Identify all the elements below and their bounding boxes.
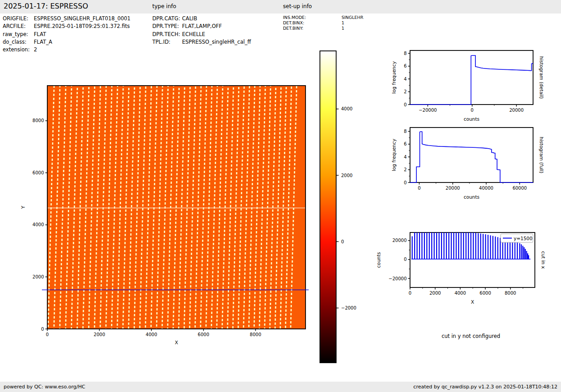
- x-tick-label: 0: [409, 291, 411, 296]
- y-axis-label: log frequency: [391, 61, 397, 94]
- histogram-line: [410, 55, 533, 105]
- info-value: FLAT: [34, 31, 46, 37]
- x-axis-label: X: [175, 340, 178, 345]
- info-value: 2: [34, 46, 37, 53]
- x-tick-label: 4000: [455, 291, 466, 296]
- y-tick-label: 6000: [32, 170, 44, 175]
- x-tick-label: 40000: [479, 186, 493, 191]
- y-axis-label: log frequency: [391, 139, 397, 171]
- info-label: INS.MODE:: [283, 15, 342, 20]
- colorbar-tick-label: 2000: [341, 173, 352, 178]
- y-tick-label: 0: [404, 257, 406, 262]
- histogram-detail-plot: −2000002000002468countslog frequencyhist…: [387, 41, 561, 131]
- page-title: 2025-01-17: ESPRESSO: [4, 2, 88, 10]
- cut-in-y-note: cut in y not configured: [374, 333, 561, 339]
- y-tick-label: 0: [404, 180, 406, 185]
- y-tick-label: −20000: [388, 276, 406, 281]
- y-tick-label: 0: [404, 102, 406, 107]
- info-value: SINGLEHR: [342, 15, 363, 20]
- x-axis-label: counts: [464, 194, 479, 200]
- x-tick-label: 0: [418, 186, 420, 191]
- x-tick-label: 8000: [250, 332, 261, 337]
- legend-label: y=1500: [514, 236, 533, 241]
- y-tick-label: 20000: [392, 238, 407, 243]
- flat-field-image: [47, 86, 306, 329]
- info-row: extension:2: [3, 46, 131, 54]
- y-tick-label: 6: [404, 64, 406, 68]
- axes-frame: [410, 50, 533, 105]
- histogram-full-plot: 020000400006000002468countslog frequency…: [387, 118, 561, 208]
- info-row: do_class:FLAT_A: [3, 38, 131, 46]
- right-axis-label: cut in x: [541, 251, 546, 269]
- right-axis-label: histogram (detail): [539, 56, 544, 99]
- histogram-line: [410, 132, 533, 182]
- colorbar-tick-label: −2000: [341, 305, 356, 310]
- setup-info-heading: set-up info: [283, 3, 312, 9]
- x-tick-label: 4000: [146, 332, 157, 337]
- file-info-block: ORIGFILE:ESPRESSO_SINGLEHR_FLAT018_0001A…: [3, 15, 131, 54]
- info-value: ECHELLE: [182, 31, 205, 37]
- info-row: DPR.TECH:ECHELLE: [152, 31, 251, 38]
- x-tick-label: 60000: [512, 186, 527, 191]
- y-tick-label: 2: [404, 89, 406, 94]
- y-tick-label: 6: [404, 141, 406, 146]
- y-tick-label: 2: [404, 167, 406, 172]
- raw-image-plot: 0200040006000800002000400060008000XY: [18, 68, 315, 356]
- info-label: TPL.ID:: [152, 38, 182, 46]
- colorbar-tick-label: 0: [341, 239, 344, 244]
- y-tick-label: 4000: [32, 222, 44, 227]
- info-label: do_class:: [3, 38, 34, 46]
- info-value: ESPRESSO_singleHR_cal_ff: [182, 39, 251, 45]
- axes-frame: [410, 128, 533, 182]
- y-tick-label: 4: [404, 77, 406, 82]
- y-tick-label: 2000: [32, 274, 44, 279]
- info-value: CALIB: [182, 15, 197, 22]
- footer-bar: powered by QC: www.eso.org/HC created by…: [0, 382, 561, 392]
- axes: −2000002000002468countslog frequencyhist…: [391, 50, 544, 122]
- setup-info-block: INS.MODE:SINGLEHRDET.BINX:1DET.BINY:1: [283, 15, 363, 31]
- footer-left-text: powered by QC: www.eso.org/HC: [4, 384, 85, 390]
- colorbar: 400020000−2000: [315, 45, 365, 369]
- info-label: DPR.TYPE:: [152, 23, 182, 30]
- x-tick-label: 0: [46, 332, 49, 337]
- x-axis-label: X: [471, 299, 474, 305]
- colorbar-gradient: [320, 51, 336, 363]
- info-row: INS.MODE:SINGLEHR: [283, 15, 363, 20]
- x-tick-label: 6000: [198, 332, 209, 337]
- x-tick-label: 0: [471, 108, 474, 113]
- info-value: 1: [342, 20, 344, 25]
- info-row: DET.BINY:1: [283, 26, 363, 31]
- info-row: ARCFILE:ESPRE.2025-01-18T09:25:01.372.fi…: [3, 23, 131, 30]
- colorbar-tick-label: 4000: [341, 106, 352, 111]
- info-value: ESPRESSO_SINGLEHR_FLAT018_0001: [34, 15, 131, 22]
- y-tick-label: 0: [41, 327, 44, 332]
- info-label: DPR.TECH:: [152, 31, 182, 38]
- y-tick-label: 8: [404, 51, 406, 56]
- info-value: 1: [342, 26, 344, 31]
- y-tick-label: 8: [404, 129, 406, 134]
- header-bar: 2025-01-17: ESPRESSO type info set-up in…: [0, 0, 561, 14]
- x-tick-label: 2000: [429, 291, 441, 296]
- info-value: ESPRE.2025-01-18T09:25:01.372.fits: [34, 23, 130, 29]
- x-tick-label: 6000: [479, 291, 491, 296]
- info-row: raw_type:FLAT: [3, 31, 131, 38]
- x-tick-label: 20000: [509, 108, 524, 113]
- info-label: DET.BINY:: [283, 26, 342, 31]
- y-axis-label: counts: [376, 252, 381, 268]
- y-tick-label: 4: [404, 155, 406, 160]
- info-row: DET.BINX:1: [283, 20, 363, 26]
- info-label: extension:: [3, 46, 34, 54]
- info-value: FLAT_A: [34, 39, 52, 45]
- info-row: DPR.TYPE:FLAT,LAMP,OFF: [152, 23, 251, 30]
- legend: y=1500: [501, 234, 533, 242]
- info-value: FLAT,LAMP,OFF: [182, 23, 222, 29]
- info-label: ARCFILE:: [3, 23, 34, 30]
- qc-rawdisp-page: 2025-01-17: ESPRESSO type info set-up in…: [0, 0, 561, 392]
- info-label: raw_type:: [3, 31, 34, 38]
- info-row: DPR.CATG:CALIB: [152, 15, 251, 23]
- y-tick-label: 8000: [32, 118, 44, 123]
- footer-right-text: created by qc_rawdisp.py v1.2.3 on 2025-…: [413, 384, 557, 390]
- x-tick-label: 20000: [446, 186, 460, 191]
- cut-in-x-plot: 02000400060008000−20000020000Xcountscut …: [374, 223, 561, 313]
- info-label: DET.BINX:: [283, 20, 342, 26]
